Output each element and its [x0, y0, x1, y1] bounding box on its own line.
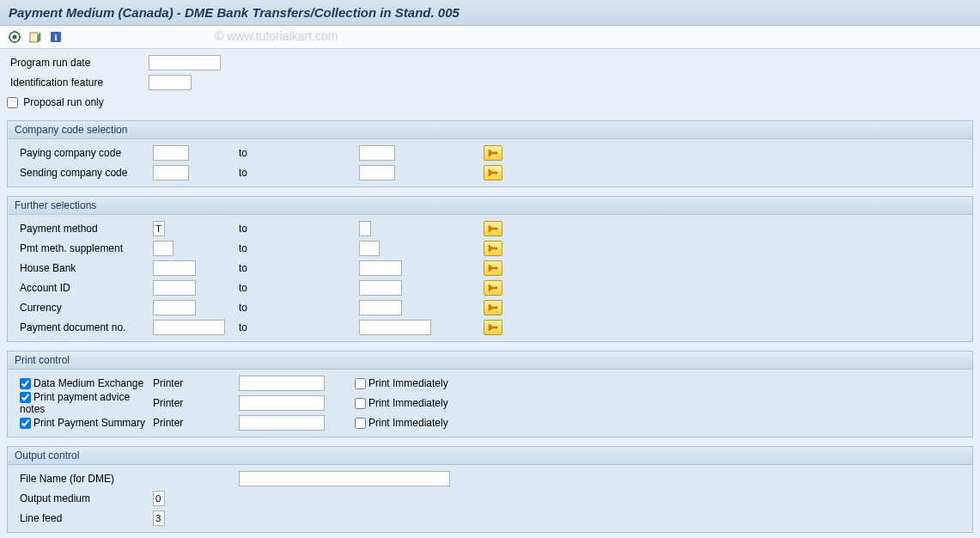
range-from-input[interactable]	[153, 241, 173, 256]
svg-rect-10	[494, 172, 497, 174]
print-immediately-checkbox[interactable]	[355, 418, 366, 429]
multi-select-button[interactable]	[484, 241, 502, 256]
proposal-run-only-checkbox[interactable]	[7, 97, 18, 108]
selection-row: Pmt meth. supplementto	[11, 239, 969, 258]
range-to-input[interactable]	[359, 260, 402, 276]
variant-icon[interactable]	[27, 29, 43, 45]
file-name-label: File Name (for DME)	[11, 473, 153, 485]
to-label: to	[239, 147, 247, 159]
selection-row: Currencyto	[11, 298, 969, 317]
print-immediately-label: Print Immediately	[368, 377, 448, 389]
svg-rect-14	[494, 287, 497, 289]
print-immediately-wrap[interactable]: Print Immediately	[355, 417, 448, 429]
program-run-date-input[interactable]	[149, 55, 221, 70]
svg-point-1	[13, 35, 17, 40]
range-to-input[interactable]	[359, 300, 402, 315]
range-from-input[interactable]	[153, 300, 196, 315]
execute-icon[interactable]	[7, 29, 22, 45]
svg-rect-9	[494, 152, 497, 154]
range-to-input[interactable]	[359, 221, 371, 236]
file-name-input[interactable]	[239, 471, 450, 486]
print-option-checkbox[interactable]	[20, 418, 31, 429]
range-to-input[interactable]	[359, 280, 402, 296]
line-feed-input[interactable]	[153, 510, 165, 526]
print-immediately-wrap[interactable]: Print Immediately	[355, 377, 448, 389]
printer-input[interactable]	[239, 376, 325, 391]
paying-company-code-from[interactable]	[153, 145, 189, 161]
further-selections-group: Further selections Payment methodtoPmt m…	[7, 196, 973, 342]
sending-company-code-to[interactable]	[359, 165, 395, 180]
svg-rect-12	[494, 248, 497, 249]
print-immediately-checkbox[interactable]	[355, 378, 366, 389]
field-label: House Bank	[11, 262, 153, 274]
field-label: Payment method	[11, 223, 153, 235]
to-label: to	[239, 167, 247, 179]
svg-rect-13	[494, 267, 497, 269]
print-option-label: Print Payment Summary	[33, 417, 145, 429]
svg-rect-16	[494, 327, 497, 328]
range-to-input[interactable]	[359, 320, 431, 335]
multi-select-button[interactable]	[484, 280, 502, 296]
printer-label: Printer	[153, 377, 239, 389]
window-title: Payment Medium (Canada) - DME Bank Trans…	[0, 0, 980, 26]
field-label: Pmt meth. supplement	[11, 242, 153, 254]
print-immediately-label: Print Immediately	[368, 417, 448, 429]
proposal-run-only-wrap[interactable]: Proposal run only	[7, 96, 104, 108]
printer-input[interactable]	[239, 415, 325, 431]
output-control-title: Output control	[8, 447, 972, 465]
sending-company-code-from[interactable]	[153, 165, 189, 180]
printer-input[interactable]	[239, 395, 325, 411]
multi-select-button[interactable]	[484, 221, 502, 236]
output-medium-input[interactable]	[153, 491, 165, 506]
multi-select-button[interactable]	[484, 320, 502, 335]
company-code-selection-group: Company code selection Paying company co…	[7, 120, 973, 187]
field-label: Currency	[11, 302, 153, 314]
selection-row: House Bankto	[11, 259, 969, 278]
output-control-group: Output control File Name (for DME) Outpu…	[7, 446, 973, 533]
svg-rect-11	[494, 228, 497, 229]
output-medium-label: Output medium	[11, 492, 153, 504]
info-icon[interactable]: i	[48, 29, 64, 45]
range-to-input[interactable]	[359, 241, 380, 256]
print-option-wrap[interactable]: Print Payment Summary	[20, 417, 145, 429]
print-option-wrap[interactable]: Print payment advice notes	[20, 391, 130, 415]
selection-row: Payment document no.to	[11, 318, 969, 337]
range-from-input[interactable]	[153, 320, 225, 335]
printer-label: Printer	[153, 397, 239, 409]
range-from-input[interactable]	[153, 221, 165, 236]
to-label: to	[239, 223, 247, 235]
print-option-row: Data Medium ExchangePrinterPrint Immedia…	[11, 374, 969, 393]
multi-select-button[interactable]	[484, 260, 502, 276]
print-option-checkbox[interactable]	[20, 378, 31, 389]
to-label: to	[239, 242, 247, 254]
toolbar: i	[0, 26, 980, 49]
to-label: to	[239, 282, 247, 294]
identification-feature-input[interactable]	[149, 75, 192, 90]
range-from-input[interactable]	[153, 280, 196, 296]
print-option-row: Print Payment SummaryPrinterPrint Immedi…	[11, 413, 969, 432]
print-option-wrap[interactable]: Data Medium Exchange	[20, 377, 143, 389]
svg-text:i: i	[54, 32, 57, 42]
multi-select-button[interactable]	[484, 165, 502, 180]
multi-select-button[interactable]	[484, 145, 502, 161]
paying-company-code-label: Paying company code	[11, 147, 153, 159]
further-selections-title: Further selections	[8, 197, 972, 215]
print-immediately-wrap[interactable]: Print Immediately	[355, 397, 448, 409]
program-run-date-label: Program run date	[7, 57, 149, 69]
field-label: Account ID	[11, 282, 153, 294]
sending-company-code-label: Sending company code	[11, 167, 153, 179]
printer-label: Printer	[153, 417, 239, 429]
print-control-group: Print control Data Medium ExchangePrinte…	[7, 351, 973, 437]
range-from-input[interactable]	[153, 260, 196, 276]
print-option-row: Print payment advice notesPrinterPrint I…	[11, 394, 969, 413]
paying-company-code-to[interactable]	[359, 145, 395, 161]
print-immediately-checkbox[interactable]	[355, 398, 366, 409]
company-code-selection-title: Company code selection	[8, 121, 972, 139]
selection-row: Account IDto	[11, 278, 969, 297]
field-label: Payment document no.	[11, 321, 153, 333]
multi-select-button[interactable]	[484, 300, 502, 315]
print-option-label: Data Medium Exchange	[33, 377, 143, 389]
proposal-run-only-label: Proposal run only	[23, 96, 103, 108]
print-option-checkbox[interactable]	[20, 392, 31, 403]
selection-row: Payment methodto	[11, 219, 969, 238]
